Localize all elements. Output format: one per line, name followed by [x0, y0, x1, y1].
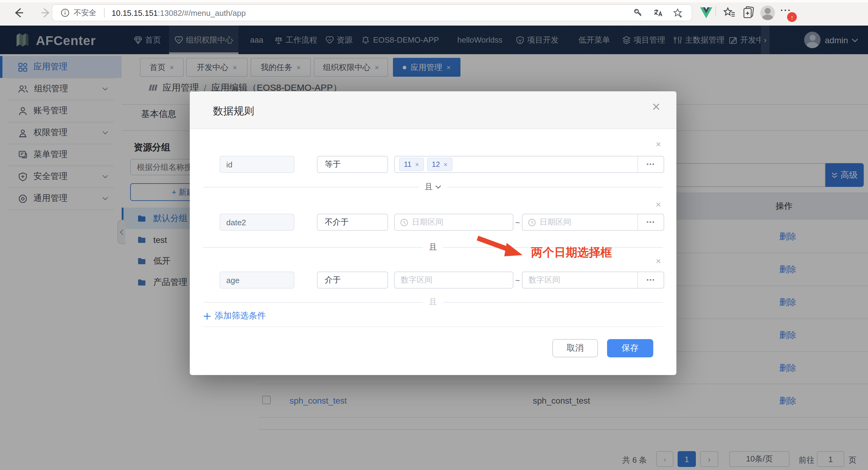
favorites-icon[interactable]	[723, 7, 735, 18]
browser-profile-avatar[interactable]	[760, 5, 775, 20]
modal-title: 数据规则	[213, 104, 254, 118]
connector-label[interactable]: 且	[425, 181, 433, 193]
remove-rule-icon[interactable]: ×	[656, 199, 661, 209]
modal-close-icon[interactable]: ×	[652, 99, 660, 115]
browser-tabstrip	[0, 0, 868, 2]
add-filter-condition-link[interactable]: 添加筛选条件	[203, 311, 266, 321]
password-key-icon[interactable]	[633, 8, 643, 18]
update-badge-icon[interactable]: ↑	[787, 12, 797, 22]
data-rules-modal: 数据规则 × × id 等于 11 × 12 × ••• 且 × date2	[190, 91, 676, 375]
value-tag: 11 ×	[399, 158, 424, 171]
connector-label[interactable]: 且	[429, 296, 437, 307]
clock-icon	[528, 218, 536, 226]
clock-icon	[400, 218, 408, 226]
rule1-operator-select[interactable]: 等于	[317, 156, 388, 173]
url-host: 10.15.15.151	[112, 8, 158, 17]
more-options-button[interactable]: •••	[638, 272, 663, 288]
rule-connector: 且	[203, 187, 663, 187]
chevron-down-icon	[435, 185, 441, 189]
security-label[interactable]: 不安全	[73, 8, 96, 18]
range-tilde: ~	[515, 218, 520, 227]
rule2-date-end-input[interactable]: 日期区间 •••	[522, 214, 664, 231]
browser-address-bar[interactable]: 不安全 10.15.15.151 :13082/#/menu_auth/app	[52, 4, 692, 21]
more-options-button[interactable]: •••	[638, 156, 663, 172]
vue-devtools-icon[interactable]	[700, 7, 713, 19]
tag-remove-icon[interactable]: ×	[444, 161, 448, 168]
rule3-number-end-input[interactable]: 数字区间 •••	[522, 271, 664, 289]
divider	[203, 326, 663, 327]
remove-rule-icon[interactable]: ×	[656, 139, 661, 149]
rule3-field-input[interactable]: age	[220, 271, 294, 289]
cancel-button[interactable]: 取消	[552, 339, 598, 357]
rule1-values-input[interactable]: 11 × 12 × •••	[394, 156, 664, 173]
rule3-operator-select[interactable]: 介于	[317, 271, 388, 289]
annotation-text: 两个日期选择框	[531, 245, 612, 261]
range-tilde: ~	[515, 276, 520, 285]
rule-connector: 且	[203, 302, 663, 302]
divider	[104, 8, 104, 18]
rule2-operator-select[interactable]: 不介于	[317, 214, 388, 231]
browser-toolbar: 不安全 10.15.15.151 :13082/#/menu_auth/app	[0, 0, 868, 26]
save-button[interactable]: 保存	[607, 339, 653, 357]
annotation-arrow	[471, 233, 529, 262]
value-tag: 12 ×	[427, 158, 453, 171]
connector-label[interactable]: 且	[429, 242, 437, 253]
modal-header	[190, 91, 676, 129]
tag-remove-icon[interactable]: ×	[415, 161, 419, 168]
remove-rule-icon[interactable]: ×	[656, 256, 661, 266]
bookmark-star-icon[interactable]	[673, 8, 683, 18]
info-icon[interactable]	[61, 8, 69, 17]
rule2-field-input[interactable]: date2	[220, 214, 294, 231]
rule1-field-input[interactable]: id	[220, 156, 294, 173]
plus-icon	[203, 312, 211, 320]
url-path: :13082/#/menu_auth/app	[158, 8, 246, 17]
divider	[715, 7, 716, 17]
screen: 不安全 10.15.15.151 :13082/#/menu_auth/app	[0, 0, 868, 470]
rule2-date-start-input[interactable]: 日期区间	[394, 214, 514, 231]
browser-forward-button[interactable]	[38, 5, 54, 21]
translate-icon[interactable]	[653, 8, 663, 18]
collections-icon[interactable]	[743, 6, 755, 19]
more-options-button[interactable]: •••	[638, 214, 663, 230]
browser-back-button[interactable]	[11, 5, 27, 21]
rule3-number-start-input[interactable]: 数字区间	[394, 271, 514, 289]
